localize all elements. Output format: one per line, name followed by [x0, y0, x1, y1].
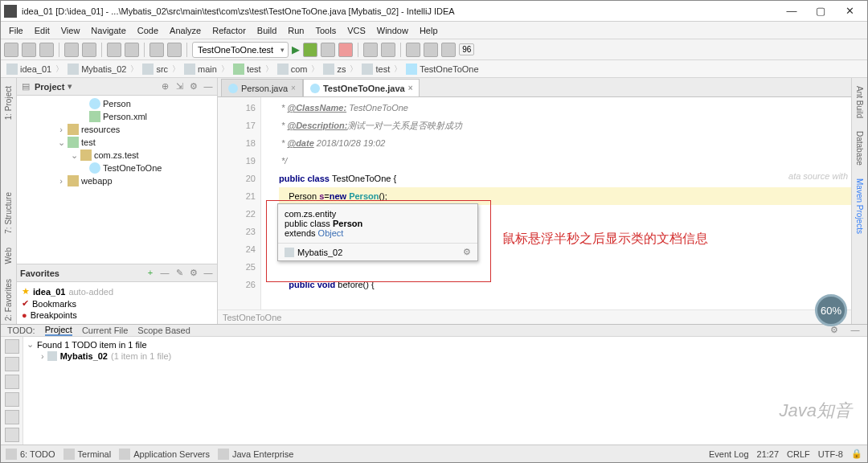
todo-tree[interactable]: ⌄Found 1 TODO item in 1 file › Mybatis_0… — [23, 337, 867, 445]
separator — [186, 43, 187, 57]
project-tree[interactable]: Person Person.xml ›resources ⌄test ⌄com.… — [17, 96, 217, 264]
menu-code[interactable]: Code — [133, 24, 163, 37]
search-icon[interactable] — [424, 43, 438, 57]
tool-database[interactable]: Database — [855, 128, 864, 169]
minimize-button[interactable]: — — [777, 2, 806, 20]
folder-icon — [362, 64, 373, 75]
menu-navigate[interactable]: Navigate — [86, 24, 130, 37]
gear-icon[interactable]: ⚙ — [188, 81, 199, 92]
menu-build[interactable]: Build — [252, 24, 281, 37]
menu-run[interactable]: Run — [283, 24, 309, 37]
vcs-icon[interactable] — [406, 43, 420, 57]
gear-icon[interactable]: ⚙ — [463, 247, 471, 257]
todo-tab-current[interactable]: Current File — [82, 326, 128, 335]
crumb-root[interactable]: idea_01 — [4, 64, 54, 75]
crumb[interactable]: test — [359, 64, 392, 75]
edit-icon[interactable]: ✎ — [174, 268, 185, 279]
tool-icon[interactable] — [5, 339, 19, 354]
menu-help[interactable]: Help — [415, 24, 443, 37]
menu-edit[interactable]: Edit — [30, 24, 55, 37]
menu-window[interactable]: Window — [372, 24, 413, 37]
menu-refactor[interactable]: Refactor — [207, 24, 251, 37]
run-config-select[interactable]: TestOneToOne.test — [192, 42, 289, 58]
crumb[interactable]: src — [140, 64, 170, 75]
code-lines[interactable]: * @ClassName: TestOneToOne * @Descriptio… — [261, 97, 851, 309]
editor-tab-active[interactable]: TestOneToOne.java× — [303, 79, 420, 96]
menu-vcs[interactable]: VCS — [342, 24, 371, 37]
project-pane-header: ▤ Project ▾ ⊕ ⇲ ⚙ — — [17, 78, 217, 96]
tool-web[interactable]: Web — [4, 244, 13, 267]
lock-icon: 🔒 — [851, 449, 862, 459]
status-appservers[interactable]: Application Servers — [119, 449, 210, 460]
open-icon[interactable] — [4, 43, 18, 57]
add-icon[interactable]: + — [145, 268, 156, 279]
tool-icon[interactable] — [5, 410, 19, 424]
settings-icon[interactable] — [381, 43, 395, 57]
tool-structure[interactable]: 7: Structure — [4, 189, 13, 237]
module-icon — [285, 248, 294, 257]
status-terminal[interactable]: Terminal — [63, 449, 112, 460]
separator — [400, 43, 401, 57]
back-icon[interactable] — [149, 43, 164, 57]
collapse-icon[interactable]: ⊕ — [159, 81, 170, 92]
todo-tab-scope[interactable]: Scope Based — [137, 326, 190, 335]
folder-icon — [233, 64, 244, 75]
menu-view[interactable]: View — [56, 24, 85, 37]
tool-icon[interactable] — [5, 392, 19, 407]
crumb[interactable]: Mybatis_02 — [65, 64, 129, 75]
status-crlf[interactable]: CRLF — [787, 449, 810, 459]
separator — [144, 43, 145, 57]
class-icon — [228, 84, 238, 93]
remove-icon[interactable]: — — [159, 268, 170, 279]
redo-icon[interactable] — [82, 43, 96, 57]
editor-tab[interactable]: Person.java× — [221, 79, 303, 96]
crumb-file[interactable]: TestOneToOne — [403, 64, 481, 75]
run-icon[interactable]: ▶ — [292, 43, 300, 55]
coverage-icon[interactable] — [321, 43, 335, 57]
close-tab-icon[interactable]: × — [291, 84, 296, 92]
editor-crumb: TestOneToOne — [218, 309, 851, 324]
tool-maven[interactable]: Maven Projects — [855, 175, 864, 237]
dashboard-icon[interactable] — [441, 43, 456, 57]
crumb[interactable]: zs — [321, 64, 348, 75]
crumb[interactable]: test — [231, 64, 264, 75]
close-tab-icon[interactable]: × — [408, 84, 413, 92]
menu-tools[interactable]: Tools — [310, 24, 341, 37]
menu-file[interactable]: File — [4, 24, 28, 37]
stop-icon[interactable] — [338, 43, 353, 57]
status-todo[interactable]: 6: TODO — [6, 449, 55, 460]
jee-icon — [218, 449, 229, 460]
close-button[interactable]: ✕ — [835, 2, 864, 20]
cut-icon[interactable] — [107, 43, 121, 57]
copy-icon[interactable] — [125, 43, 139, 57]
todo-tab-project[interactable]: Project — [45, 325, 72, 336]
status-enterprise[interactable]: Java Enterprise — [218, 449, 293, 460]
project-structure-icon[interactable] — [363, 43, 378, 57]
gear-icon[interactable]: ⚙ — [829, 325, 840, 336]
hide-icon[interactable]: — — [850, 325, 861, 336]
code-editor[interactable]: 16171819 20 21 2223242526 * @ClassName: … — [218, 97, 851, 309]
tool-icon[interactable] — [5, 428, 19, 442]
hide-icon[interactable]: — — [203, 268, 214, 279]
tool-ant[interactable]: Ant Build — [855, 83, 864, 121]
class-icon — [89, 162, 100, 174]
tool-favorites[interactable]: 2: Favorites — [4, 276, 13, 324]
status-enc[interactable]: UTF-8 — [818, 449, 843, 459]
debug-icon[interactable] — [303, 43, 317, 57]
save-icon[interactable] — [22, 43, 36, 57]
autoscroll-icon[interactable]: ⇲ — [174, 81, 185, 92]
status-eventlog[interactable]: Event Log — [709, 449, 749, 459]
undo-icon[interactable] — [64, 43, 79, 57]
tool-project[interactable]: 1: Project — [4, 83, 13, 123]
hide-icon[interactable]: — — [203, 81, 214, 92]
forward-icon[interactable] — [167, 43, 182, 57]
maximize-button[interactable]: ▢ — [806, 2, 835, 20]
tool-icon[interactable] — [5, 375, 19, 389]
crumb[interactable]: com — [275, 64, 310, 75]
tool-icon[interactable] — [5, 357, 19, 371]
refresh-icon[interactable] — [39, 43, 54, 57]
gear-icon[interactable]: ⚙ — [188, 268, 199, 279]
annotation-text: 鼠标悬浮半秒之后显示类的文档信息 — [502, 231, 708, 248]
crumb[interactable]: main — [182, 64, 219, 75]
menu-analyze[interactable]: Analyze — [165, 24, 206, 37]
